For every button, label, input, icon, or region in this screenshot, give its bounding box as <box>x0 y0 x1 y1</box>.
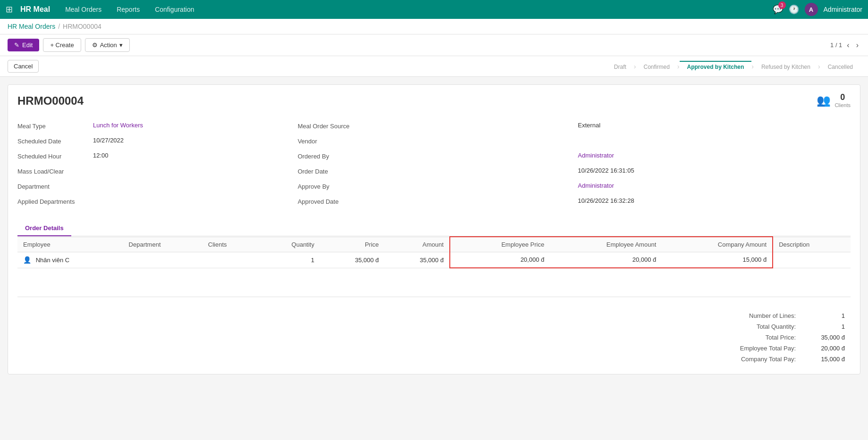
grid-icon[interactable]: ⊞ <box>6 4 13 15</box>
summary-price-value: 35,000 đ <box>807 334 845 341</box>
edit-button[interactable]: ✎ ✎ Edit Edit <box>8 39 39 51</box>
action-button[interactable]: ⚙ Action ▾ <box>85 38 130 52</box>
summary-quantity-label: Total Quantity: <box>713 323 807 330</box>
col-description: Description <box>773 237 851 252</box>
cell-amount: 35,000 đ <box>385 252 450 268</box>
field-meal-order-source: Meal Order Source <box>298 119 571 134</box>
col-price: Price <box>320 237 385 252</box>
order-table: Employee Department Clients Quantity Pri… <box>17 236 851 268</box>
cell-price: 35,000 đ <box>320 252 385 268</box>
field-approved-date: Approved Date <box>298 194 571 209</box>
table-wrapper: Employee Department Clients Quantity Pri… <box>17 236 851 268</box>
field-vendor-right <box>578 134 851 149</box>
field-external: External <box>578 119 851 134</box>
fields-right: External Administrator 10/26/2022 16:31:… <box>578 119 851 209</box>
summary-employee-pay-value: 20,000 đ <box>807 345 845 352</box>
cell-quantity: 1 <box>257 252 320 268</box>
summary-lines-value: 1 <box>807 312 845 319</box>
create-button[interactable]: + Create <box>43 38 81 52</box>
edit-icon: ✎ <box>14 42 19 49</box>
gear-icon: ⚙ <box>92 42 98 49</box>
pagination-text: 1 / 1 <box>830 42 842 49</box>
chevron-down-icon: ▾ <box>119 42 123 49</box>
cell-employee-price: 20,000 đ <box>450 252 550 268</box>
field-approve-by: Approve By <box>298 179 571 194</box>
toolbar: ✎ ✎ Edit Edit + Create ⚙ Action ▾ 1 / 1 … <box>0 34 868 56</box>
tabs-bar: Order Details <box>17 221 851 236</box>
summary-employee-pay: Employee Total Pay: 20,000 đ <box>17 343 851 354</box>
step-approved-kitchen[interactable]: Approved by Kitchen <box>680 61 752 72</box>
field-order-date: Order Date <box>298 164 571 179</box>
tab-order-details[interactable]: Order Details <box>17 221 71 236</box>
step-refused-kitchen[interactable]: Refused by Kitchen <box>754 61 818 72</box>
cell-employee: 👤 Nhân viên C <box>17 252 123 268</box>
prev-page-button[interactable]: ‹ <box>845 40 851 50</box>
field-approved-date-right: 10/26/2022 16:32:28 <box>578 194 851 209</box>
breadcrumb-separator: / <box>58 23 60 30</box>
cell-company-amount: 15,000 đ <box>662 252 773 268</box>
cell-clients <box>202 252 258 268</box>
summary-employee-pay-label: Employee Total Pay: <box>713 345 807 352</box>
fields-left: Meal Type Lunch for Workers Scheduled Da… <box>17 119 290 209</box>
external-value: External <box>578 122 600 129</box>
nav-meal-orders[interactable]: Meal Orders <box>61 6 105 13</box>
summary-lines: Number of Lines: 1 <box>17 310 851 321</box>
field-order-date-right: 10/26/2022 16:31:05 <box>578 164 851 179</box>
user-name[interactable]: Administrator <box>824 6 862 13</box>
col-employee-price: Employee Price <box>450 237 550 252</box>
user-icon: 👤 <box>23 256 31 264</box>
pagination: 1 / 1 ‹ › <box>830 40 860 50</box>
col-quantity: Quantity <box>257 237 320 252</box>
breadcrumb-parent[interactable]: HR Meal Orders <box>8 23 55 30</box>
cell-description <box>773 252 851 268</box>
nav-icons: 💬 3 🕐 A Administrator <box>773 3 862 16</box>
approve-by-right-value[interactable]: Administrator <box>578 182 614 189</box>
summary-section: Number of Lines: 1 Total Quantity: 1 Tot… <box>17 305 851 365</box>
scheduled-date-value: 10/27/2022 <box>93 137 124 144</box>
summary-quantity: Total Quantity: 1 <box>17 321 851 332</box>
col-employee: Employee <box>17 237 123 252</box>
create-label: + Create <box>50 42 74 49</box>
summary-company-pay-value: 15,000 đ <box>807 356 845 363</box>
cell-department <box>123 252 202 268</box>
chat-icon[interactable]: 💬 3 <box>773 4 783 15</box>
field-ordered-by-right: Administrator <box>578 149 851 164</box>
cancel-button[interactable]: Cancel <box>8 60 39 73</box>
form-title: HRMO00004 <box>17 94 851 108</box>
field-vendor: Vendor <box>298 134 571 149</box>
approved-date-right-value: 10/26/2022 16:32:28 <box>578 197 634 204</box>
clients-label: Clients <box>834 102 851 108</box>
col-amount: Amount <box>385 237 450 252</box>
step-draft[interactable]: Draft <box>607 61 634 72</box>
status-bar: Cancel Draft › Confirmed › Approved by K… <box>0 56 868 77</box>
table-row: 👤 Nhân viên C 1 35,000 đ 35,000 đ 20,000… <box>17 252 851 268</box>
status-steps: Draft › Confirmed › Approved by Kitchen … <box>607 61 860 72</box>
employee-name: Nhân viên C <box>36 257 70 264</box>
breadcrumb-current: HRMO00004 <box>63 23 101 30</box>
user-avatar[interactable]: A <box>805 3 818 16</box>
app-title: HR Meal <box>20 5 50 14</box>
meal-type-value[interactable]: Lunch for Workers <box>93 122 143 129</box>
nav-configuration[interactable]: Configuration <box>151 6 198 13</box>
col-employee-amount: Employee Amount <box>550 237 662 252</box>
summary-lines-label: Number of Lines: <box>713 312 807 319</box>
clock-icon[interactable]: 🕐 <box>789 4 799 15</box>
next-page-button[interactable]: › <box>854 40 860 50</box>
field-scheduled-hour: Scheduled Hour 12:00 <box>17 149 290 164</box>
clients-icon: 👥 <box>817 94 831 107</box>
field-department: Department <box>17 179 290 194</box>
col-clients: Clients <box>202 237 258 252</box>
summary-quantity-value: 1 <box>807 323 845 330</box>
step-confirmed[interactable]: Confirmed <box>636 61 677 72</box>
ordered-by-right-value[interactable]: Administrator <box>578 152 614 159</box>
field-mass-load: Mass Load/Clear <box>17 164 290 179</box>
col-company-amount: Company Amount <box>662 237 773 252</box>
form-card: 👥 0 Clients HRMO00004 Meal Type Lunch fo… <box>8 84 860 374</box>
step-cancelled[interactable]: Cancelled <box>820 61 860 72</box>
chat-badge: 3 <box>778 1 786 9</box>
action-label: Action <box>100 42 117 49</box>
clients-badge: 👥 0 Clients <box>817 92 851 108</box>
nav-reports[interactable]: Reports <box>113 6 143 13</box>
clients-count: 0 <box>834 92 851 102</box>
scheduled-hour-value: 12:00 <box>93 152 109 159</box>
